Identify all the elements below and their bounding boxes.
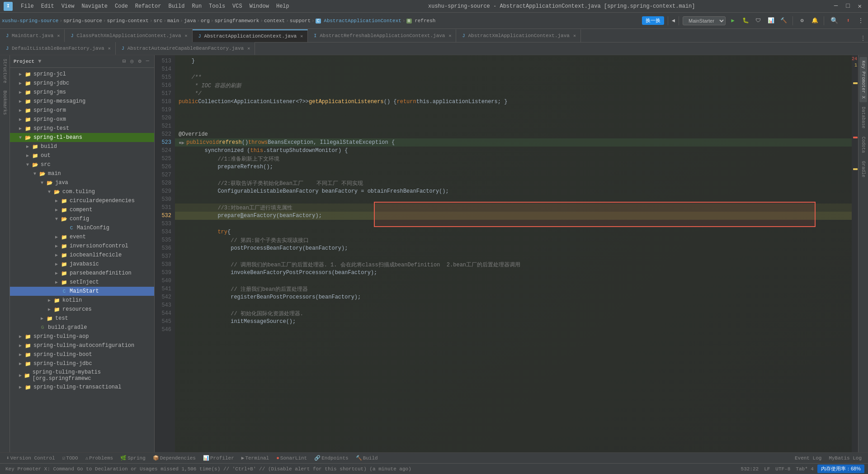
expand-arrow[interactable]: ▶ (55, 207, 61, 213)
tree-spring-jms[interactable]: ▶ 📁 spring-jms (10, 88, 154, 97)
expand-arrow[interactable]: ▶ (19, 384, 24, 390)
tab-close-defaultlistable[interactable]: ✕ (108, 46, 111, 51)
mybatis-log-tab[interactable]: MyBatis Log (826, 455, 864, 461)
tree-mainconfig[interactable]: C MainConfig (10, 223, 154, 232)
close-button[interactable]: ✕ (855, 2, 864, 10)
tree-circulardependencies[interactable]: ▶ 📁 circulardependencies (10, 196, 154, 205)
tree-kotlin[interactable]: ▶ 📁 kotlin (10, 296, 154, 305)
menu-code[interactable]: Code (112, 2, 131, 10)
tree-spring-tuling-mybatis[interactable]: ▶ 📁 spring-tuling-mybatis [org.springfra… (10, 368, 154, 383)
expand-arrow[interactable]: ▶ (19, 71, 24, 77)
run-with-coverage-button[interactable]: 🛡 (753, 15, 764, 26)
expand-arrow[interactable]: ▼ (19, 135, 24, 140)
expand-arrow[interactable]: ▼ (55, 217, 61, 222)
run-button[interactable]: ▶ (727, 15, 738, 26)
tree-event[interactable]: ▶ 📁 event (10, 232, 154, 242)
plugins-button[interactable]: ⬆ (843, 15, 854, 26)
expand-arrow[interactable]: ▶ (19, 373, 24, 378)
tree-src[interactable]: ▼ 📂 src (10, 160, 154, 169)
expand-arrow[interactable]: ▶ (19, 334, 24, 339)
expand-arrow[interactable]: ▶ (19, 343, 24, 348)
tree-spring-jcl[interactable]: ▶ 📁 spring-jcl (10, 70, 154, 79)
tree-build-gradle[interactable]: G build.gradle (10, 323, 154, 332)
dependencies-tab[interactable]: 📦 Dependencies (150, 455, 198, 461)
expand-arrow[interactable]: ▶ (48, 298, 53, 303)
expand-arrow[interactable]: ▶ (19, 361, 24, 366)
sonarlint-tab[interactable]: ● SonarLint (274, 455, 310, 461)
key-promoter-tab[interactable]: Key Promoter X (859, 57, 867, 102)
sidebar-dropdown[interactable]: ▼ (38, 58, 41, 65)
tab-split-button[interactable]: ⋮ (860, 34, 866, 42)
expand-arrow[interactable]: ▶ (19, 117, 24, 122)
tab-close-abstractrefreshable[interactable]: ✕ (448, 33, 451, 38)
tab-close-abstractautowire[interactable]: ✕ (247, 46, 250, 51)
expand-arrow[interactable]: ▼ (26, 162, 32, 167)
tab-close-abstractapp[interactable]: ✕ (300, 33, 303, 39)
menu-tools[interactable]: Tools (206, 2, 228, 10)
encoding[interactable]: UTF-8 (774, 466, 792, 472)
tab-abstractxml[interactable]: J AbstractXmlApplicationContext.java ✕ (456, 29, 580, 42)
terminal-tab[interactable]: ▶ Terminal (239, 455, 272, 461)
expand-arrow[interactable]: ▶ (55, 198, 61, 204)
expand-arrow[interactable]: ▶ (55, 234, 61, 240)
search-button[interactable]: 🔍 (828, 16, 841, 25)
expand-arrow[interactable]: ▼ (33, 171, 39, 176)
tab-abstractautowire[interactable]: J AbstractAutowireCapableBeanFactory.jav… (116, 42, 255, 55)
tree-setinject[interactable]: ▶ 📁 setInject (10, 278, 154, 287)
problems-tab[interactable]: ⚠ Problems (83, 455, 116, 461)
tree-inversionofcontrol[interactable]: ▶ 📁 inversionofcontrol (10, 242, 154, 251)
bc-main[interactable]: main (167, 18, 179, 24)
tree-resources[interactable]: ▶ 📁 resources (10, 305, 154, 314)
codota-tab[interactable]: Codota (859, 133, 867, 156)
bc-springframework[interactable]: springframework (214, 18, 259, 24)
bc-project[interactable]: xushu-spring-source (2, 18, 58, 24)
expand-arrow[interactable]: ▶ (19, 108, 24, 113)
expand-arrow[interactable]: ▶ (26, 144, 32, 149)
run-configuration-selector[interactable]: MainStarter (683, 16, 726, 25)
memory-indicator[interactable]: 内存使用率：68% (817, 465, 864, 473)
expand-arrow[interactable]: ▼ (48, 190, 53, 194)
tree-build[interactable]: ▶ 📁 build (10, 142, 154, 151)
back-button[interactable]: ◀ (672, 17, 675, 24)
tree-java[interactable]: ▼ 📂 java (10, 178, 154, 187)
settings-sidebar-button[interactable]: ⚙ (137, 57, 143, 65)
bookmarks-tab[interactable]: Bookmarks (1, 89, 8, 117)
menu-window[interactable]: Window (247, 2, 272, 10)
expand-arrow[interactable]: ▶ (26, 153, 32, 158)
menu-help[interactable]: Help (274, 2, 292, 10)
expand-arrow[interactable]: ▶ (19, 81, 24, 86)
tree-com-tuling[interactable]: ▼ 📂 com.tuling (10, 187, 154, 196)
database-tab[interactable]: Database (859, 103, 867, 132)
event-log-tab[interactable]: Event Log (792, 455, 824, 461)
expand-arrow[interactable]: ▶ (19, 90, 24, 95)
tree-spring-tuling-boot[interactable]: ▶ 📁 spring-tuling-boot (10, 350, 154, 359)
menu-run[interactable]: Run (189, 2, 204, 10)
locate-button[interactable]: ◎ (129, 57, 135, 65)
settings-button[interactable]: ⚙ (797, 15, 807, 26)
expand-arrow[interactable]: ▶ (19, 352, 24, 357)
tab-close-abstractxml[interactable]: ✕ (573, 33, 576, 38)
line-ending[interactable]: LF (762, 466, 772, 472)
bc-class[interactable]: C AbstractApplicationContext (316, 18, 401, 24)
tree-spring-orm[interactable]: ▶ 📁 spring-orm (10, 106, 154, 115)
tree-config[interactable]: ▼ 📂 config (10, 214, 154, 223)
translate-button[interactable]: 换一换 (642, 16, 664, 25)
menu-vcs[interactable]: VCS (230, 2, 245, 10)
tree-spring-test[interactable]: ▶ 📁 spring-test (10, 124, 154, 133)
tree-spring-tuling-transactional[interactable]: ▶ 📁 spring-tuling-transactional (10, 383, 154, 392)
tree-test[interactable]: ▶ 📁 test (10, 314, 154, 323)
bc-org[interactable]: org (201, 18, 210, 24)
gradle-tab[interactable]: Gradle (859, 157, 867, 181)
debug-button[interactable]: 🐛 (740, 15, 751, 26)
tab-close-mainstart[interactable]: ✕ (57, 33, 60, 38)
menu-navigate[interactable]: Navigate (79, 2, 110, 10)
tree-parsebeandefinition[interactable]: ▶ 📁 parsebeandefinition (10, 269, 154, 278)
tree-spring-tuling-autoconfig[interactable]: ▶ 📁 spring-tuling-autoconfiguration (10, 341, 154, 350)
tree-compent[interactable]: ▶ 📁 compent (10, 205, 154, 214)
bc-method[interactable]: m refresh (406, 18, 436, 24)
tree-out[interactable]: ▶ 📁 out (10, 151, 154, 160)
tab-abstractrefreshable[interactable]: I AbstractRefreshableApplicationContext.… (308, 29, 456, 42)
profiler-tab[interactable]: 📊 Profiler (200, 455, 237, 461)
maximize-button[interactable]: □ (843, 2, 852, 10)
bc-context[interactable]: context (264, 18, 285, 24)
